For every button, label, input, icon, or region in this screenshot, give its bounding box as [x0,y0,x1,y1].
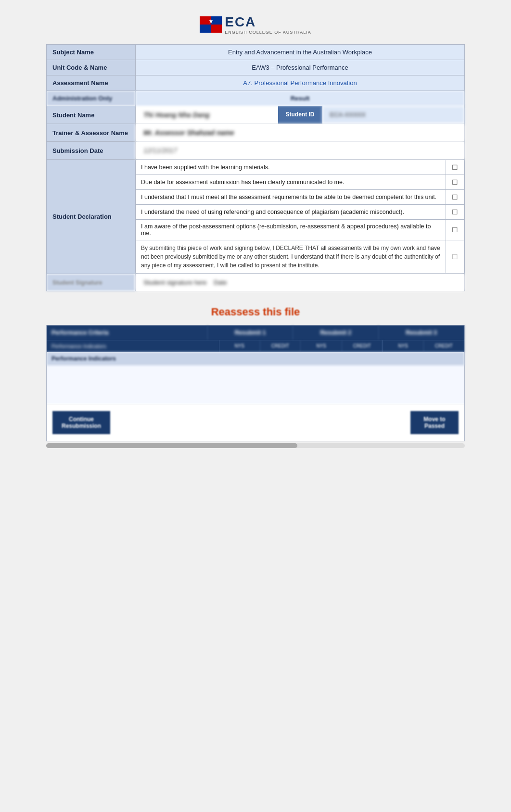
declaration-item-2: I understand that I must meet all the as… [136,190,464,205]
declaration-text-0: I have been supplied with the learning m… [136,160,446,175]
svg-rect-3 [211,25,222,33]
subject-name-row: Subject Name Entry and Advancement in th… [47,45,465,60]
results-empty-area [47,365,464,404]
assessment-name-value: A7. Professional Performance Innovation [136,75,465,91]
subject-name-label: Subject Name [47,45,136,60]
results-subheader-left: Performance Indicators [47,340,219,352]
main-form-table: Subject Name Entry and Advancement in th… [46,44,465,291]
bottom-buttons: ContinueResubmission Move toPassed [46,404,465,441]
assessment-name-row: Assessment Name A7. Professional Perform… [47,75,465,91]
declaration-value-cell: I have been supplied with the learning m… [136,160,465,274]
logo-text-area: ECA ENGLISH COLLEGE OF AUSTRALIA [225,14,311,35]
student-signature-value: Student signature here Date [136,274,465,291]
declaration-text-4: I am aware of the post-assessment option… [136,220,446,240]
student-name-label: Student Name [47,106,136,124]
declaration-text-5: By submitting this piece of work and sig… [136,240,446,274]
col-credit-1: CREDIT [260,340,301,352]
student-id-value-blurred: ECA-XXXXX [322,106,465,124]
results-header-col0: Performance Criteria [47,325,208,340]
declaration-text-2: I understand that I must meet all the as… [136,190,446,205]
reason-title: Reassess this file [46,306,465,318]
administration-label: Administration Only [47,91,136,106]
student-id-badge: Student ID [278,106,322,124]
declaration-text-3: I understand the need of using referenci… [136,205,446,220]
results-header-col2: Resubmit 2 [293,325,379,340]
assessment-name-label: Assessment Name [47,75,136,91]
declaration-check-2[interactable]: ☐ [446,190,464,205]
subject-name-value: Entry and Advancement in the Australian … [136,45,465,60]
declaration-item-1: Due date for assessment submission has b… [136,175,464,190]
declaration-check-1[interactable]: ☐ [446,175,464,190]
svg-rect-2 [200,25,211,33]
declaration-label: Student Declaration [47,160,136,274]
scrollbar-thumb[interactable] [46,443,297,448]
results-header-col1: Resubmit 1 [208,325,294,340]
results-subheader-group3: NYS CREDIT [383,340,464,352]
declaration-check-0[interactable]: ☐ [446,160,464,175]
declaration-row: Student Declaration I have been supplied… [47,160,465,274]
scrollbar-area[interactable] [46,443,465,448]
logo-flag-icon [200,16,222,33]
results-section-label: Performance Indicators [47,352,464,365]
results-table-wrapper: Performance Criteria Resubmit 1 Resubmit… [46,325,465,404]
declaration-check-5[interactable]: ☐ [446,240,464,274]
student-signature-row: Student Signature Student signature here… [47,274,465,291]
continue-resubmission-button[interactable]: ContinueResubmission [52,411,110,434]
results-subheader-row: Performance Indicators NYS CREDIT NYS CR… [47,340,464,352]
student-name-value-cell: Thi Hoang Nha Dang Student ID ECA-XXXXX [136,106,465,124]
submission-date-row: Submission Date 12/11/2017 [47,142,465,160]
logo-eca-text: ECA [225,14,256,29]
administration-row: Administration Only Result [47,91,465,106]
declaration-item-0: I have been supplied with the learning m… [136,160,464,175]
declaration-inner-table: I have been supplied with the learning m… [136,160,464,274]
trainer-row: Trainer & Assessor Name Mr. Assessor Sha… [47,124,465,142]
results-header-col3: Resubmit 3 [379,325,464,340]
declaration-check-4[interactable]: ☐ [446,220,464,240]
student-name-row: Student Name Thi Hoang Nha Dang Student … [47,106,465,124]
col-credit-3: CREDIT [424,340,465,352]
student-signature-label: Student Signature [47,274,136,291]
declaration-item-5: By submitting this piece of work and sig… [136,240,464,274]
trainer-value-blurred: Mr. Assessor Shahzad name [136,124,465,142]
logo-area: ECA ENGLISH COLLEGE OF AUSTRALIA [0,10,511,44]
col-nys-1: NYS [219,340,260,352]
logo-box: ECA ENGLISH COLLEGE OF AUSTRALIA [200,14,311,35]
unit-code-label: Unit Code & Name [47,60,136,75]
submission-date-label: Submission Date [47,142,136,160]
declaration-text-1: Due date for assessment submission has b… [136,175,446,190]
declaration-item-4: I am aware of the post-assessment option… [136,220,464,240]
col-nys-2: NYS [301,340,342,352]
student-name-blurred: Thi Hoang Nha Dang [136,106,278,124]
submission-date-value-blurred: 12/11/2017 [136,142,465,160]
move-to-passed-button[interactable]: Move toPassed [410,411,459,434]
results-header-row: Performance Criteria Resubmit 1 Resubmit… [47,325,464,340]
results-subheader-group2: NYS CREDIT [301,340,383,352]
trainer-label: Trainer & Assessor Name [47,124,136,142]
student-id-label: Student ID [286,111,315,118]
unit-code-value: EAW3 – Professional Performance [136,60,465,75]
col-nys-3: NYS [383,340,424,352]
declaration-item-3: I understand the need of using referenci… [136,205,464,220]
page-container: ECA ENGLISH COLLEGE OF AUSTRALIA Subject… [0,0,511,467]
declaration-check-3[interactable]: ☐ [446,205,464,220]
unit-code-row: Unit Code & Name EAW3 – Professional Per… [47,60,465,75]
administration-value: Result [136,91,465,106]
reason-section: Reassess this file [46,306,465,318]
logo-subtext: ENGLISH COLLEGE OF AUSTRALIA [225,30,311,35]
col-credit-2: CREDIT [342,340,383,352]
results-subheader-group1: NYS CREDIT [219,340,301,352]
